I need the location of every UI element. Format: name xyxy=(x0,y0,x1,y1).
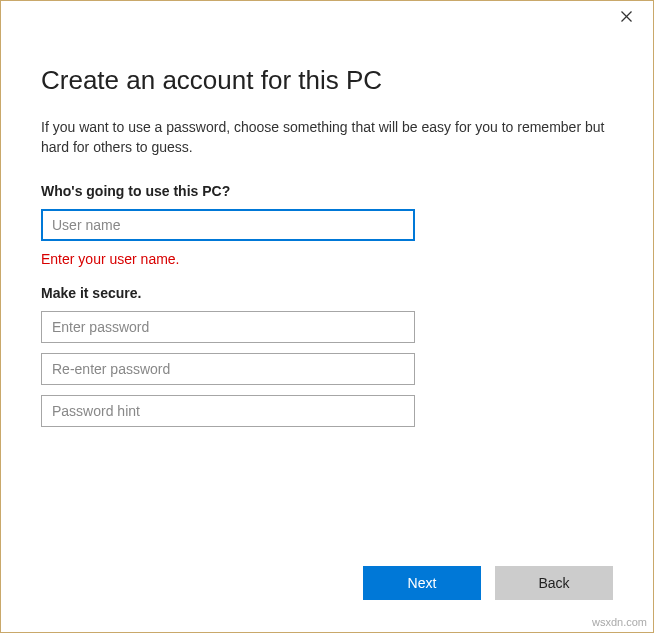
close-icon xyxy=(621,11,632,22)
security-section-label: Make it secure. xyxy=(41,285,613,301)
next-button[interactable]: Next xyxy=(363,566,481,600)
back-button[interactable]: Back xyxy=(495,566,613,600)
page-subtitle: If you want to use a password, choose so… xyxy=(41,118,613,157)
password-hint-input[interactable] xyxy=(41,395,415,427)
reenter-password-input[interactable] xyxy=(41,353,415,385)
user-section-label: Who's going to use this PC? xyxy=(41,183,613,199)
password-input[interactable] xyxy=(41,311,415,343)
close-button[interactable] xyxy=(611,1,641,31)
dialog-content: Create an account for this PC If you wan… xyxy=(1,31,653,427)
footer-buttons: Next Back xyxy=(363,566,613,600)
username-error: Enter your user name. xyxy=(41,251,613,267)
titlebar xyxy=(1,1,653,31)
username-input[interactable] xyxy=(41,209,415,241)
page-title: Create an account for this PC xyxy=(41,65,613,96)
watermark: wsxdn.com xyxy=(592,616,647,628)
